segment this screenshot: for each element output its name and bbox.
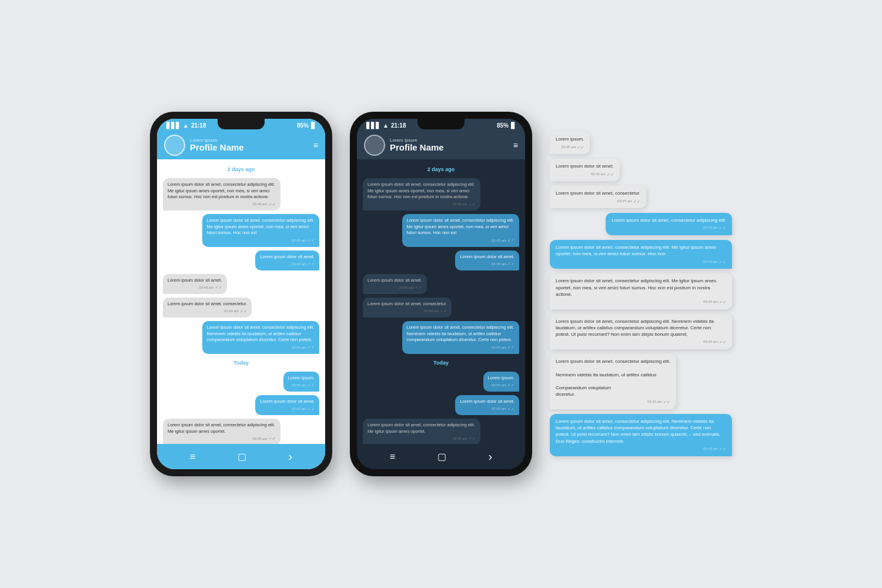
msg-sent-3-light: Lorem ipsum dolor sit amet, consectetur …: [202, 321, 320, 353]
msg-today-recv-dark: Lorem ipsum dolor sit amet, consectetur …: [363, 419, 480, 444]
date-today-dark: Today: [363, 360, 519, 366]
battery-display: 85%: [297, 122, 309, 129]
menu-icon-light[interactable]: ≡: [313, 141, 318, 150]
time-display: 21:18: [191, 122, 206, 129]
phone-light: ▋▋▋ ▲ 21:18 85% ▊ Lorem Ipsum Profile Na…: [150, 112, 332, 476]
date-2days-dark: 2 days ago: [363, 166, 519, 172]
standalone-bubbles-panel: Lorem ipsum. 03:45 am ✓✓ Lorem ipsum dol…: [550, 132, 732, 456]
msg-recv-3-light: Lorem ipsum dolor sit amet, consectetur.…: [163, 298, 252, 318]
nav-home-dark[interactable]: ▢: [437, 451, 446, 462]
standalone-bubble-4: Lorem ipsum dolor sit amet, consectetur …: [550, 240, 732, 269]
msg-sent-1-light: Lorem ipsum dolor sit amet, consectetur …: [202, 214, 320, 246]
wifi-icon-dark: ▲: [383, 122, 389, 129]
notch-dark: [417, 119, 465, 129]
msg-today-sent-2-light: Lorem ipsum dolor sit amet. 03:45 am✓✓: [255, 395, 319, 415]
signal-icon: ▋▋▋: [166, 122, 181, 129]
messages-area-light[interactable]: 2 days ago Lorem ipsum dolor sit amet, c…: [157, 159, 325, 444]
standalone-bubble-7: Lorem ipsum dolor sit amet, consectetur …: [550, 354, 676, 409]
nav-menu-dark[interactable]: ≡: [390, 452, 395, 462]
signal-icon-dark: ▋▋▋: [366, 122, 380, 129]
messages-area-dark[interactable]: 2 days ago Lorem ipsum dolor sit amet, c…: [357, 159, 525, 444]
msg-sent-1-dark: Lorem ipsum dolor sit amet, consectetur …: [402, 214, 520, 246]
header-name-light: Profile Name: [190, 143, 309, 153]
standalone-bubble-0: Lorem ipsum. 03:45 am ✓✓: [550, 132, 590, 154]
msg-sent-2-dark: Lorem ipsum dolor sit amet. 03:48 am✓✓: [455, 250, 519, 270]
msg-today-sent-1-light: Lorem ipsum. 03:45 am✓✓: [283, 372, 319, 392]
header-name-dark: Profile Name: [390, 143, 509, 153]
standalone-bubble-8: Lorem ipsum dolor sit amet, consectetur …: [550, 414, 732, 456]
msg-recv-1-light: Lorem ipsum dolor sit amet, consectetur …: [163, 178, 280, 211]
bottom-nav-light: ≡ ▢ ›: [157, 444, 325, 469]
header-info-dark: Lorem Ipsum Profile Name: [390, 138, 509, 153]
standalone-bubble-6: Lorem ipsum dolor sit amet, consectetur …: [550, 314, 732, 349]
bottom-nav-dark: ≡ ▢ ›: [357, 444, 525, 469]
avatar-light: [164, 135, 185, 156]
msg-recv-2-light: Lorem ipsum dolor sit amet. 03:45 am✓✓: [163, 274, 227, 294]
notch-light: [218, 119, 265, 129]
msg-today-recv-light: Lorem ipsum dolor sit amet, consectetur …: [163, 419, 280, 444]
avatar-dark: [364, 135, 385, 156]
battery-display-dark: 85%: [497, 122, 509, 129]
battery-icon-dark: ▊: [511, 122, 516, 129]
phone-dark: ▋▋▋ ▲ 21:18 85% ▊ Lorem Ipsum Profile Na…: [350, 112, 532, 476]
msg-recv-2-dark: Lorem ipsum dolor sit amet. 03:45 am✓✓: [363, 274, 427, 294]
standalone-bubble-3: Lorem ipsum dolor sit amet, consectetur …: [606, 213, 732, 235]
screen-light: ▋▋▋ ▲ 21:18 85% ▊ Lorem Ipsum Profile Na…: [157, 119, 325, 469]
msg-recv-1-dark: Lorem ipsum dolor sit amet, consectetur …: [363, 178, 480, 211]
wifi-icon: ▲: [183, 122, 189, 129]
chat-header-light: Lorem Ipsum Profile Name ≡: [157, 131, 325, 159]
msg-sent-2-light: Lorem ipsum dolor sit amet. 03:48 am✓✓: [255, 250, 319, 270]
standalone-bubble-5: Lorem ipsum dolor sit amet, consectetur …: [550, 273, 732, 309]
nav-forward-dark[interactable]: ›: [488, 450, 492, 463]
nav-menu-light[interactable]: ≡: [190, 452, 195, 462]
chat-header-dark: Lorem Ipsum Profile Name ≡: [357, 131, 525, 159]
nav-home-light[interactable]: ▢: [238, 451, 246, 462]
header-info-light: Lorem Ipsum Profile Name: [190, 138, 309, 153]
msg-recv-3-dark: Lorem ipsum dolor sit amet, consectetur.…: [363, 298, 452, 318]
msg-today-sent-1-dark: Lorem ipsum. 03:45 am✓✓: [483, 372, 519, 392]
msg-today-sent-2-dark: Lorem ipsum dolor sit amet. 03:45 am✓✓: [455, 395, 519, 415]
msg-sent-3-dark: Lorem ipsum dolor sit amet, consectetur …: [402, 321, 520, 353]
menu-icon-dark[interactable]: ≡: [513, 141, 518, 150]
screen-dark: ▋▋▋ ▲ 21:18 85% ▊ Lorem Ipsum Profile Na…: [357, 119, 525, 469]
date-today-light: Today: [163, 360, 319, 366]
battery-icon: ▊: [311, 122, 316, 129]
standalone-bubble-1: Lorem ipsum dolor sit amet. 03:45 am ✓✓: [550, 159, 620, 181]
time-display-dark: 21:18: [391, 122, 406, 129]
nav-forward-light[interactable]: ›: [288, 450, 292, 463]
date-2days-light: 2 days ago: [163, 166, 319, 172]
standalone-bubble-2: Lorem ipsum dolor sit amet, consectetur.…: [550, 186, 646, 208]
